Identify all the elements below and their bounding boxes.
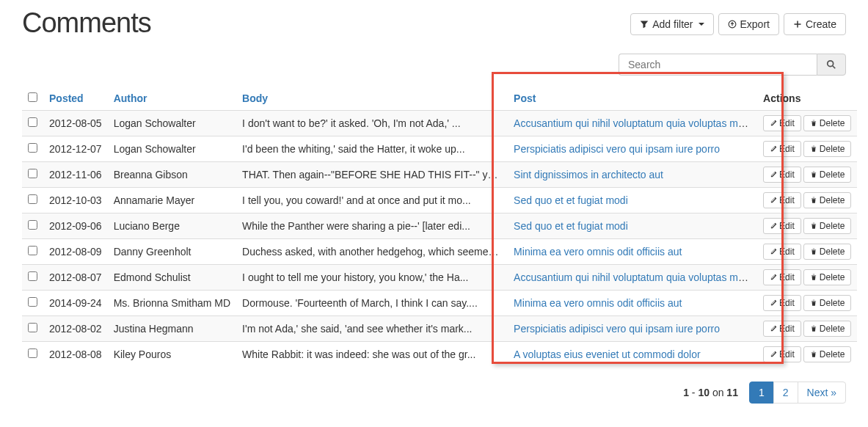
row-checkbox[interactable]: [28, 117, 37, 127]
table-row: 2012-08-05Logan SchowalterI don't want t…: [22, 111, 857, 136]
row-checkbox[interactable]: [28, 297, 37, 307]
comments-table: Posted Author Body Post Actions 2012-08-…: [22, 87, 857, 367]
post-link[interactable]: A voluptas eius eveniet ut commodi dolor: [514, 348, 700, 360]
page-title: Comments: [22, 7, 151, 39]
export-button[interactable]: Export: [718, 13, 779, 35]
delete-button[interactable]: Delete: [803, 192, 852, 208]
cell-body: While the Panther were sharing a pie--' …: [236, 213, 508, 239]
delete-button[interactable]: Delete: [803, 244, 852, 260]
edit-button[interactable]: Edit: [763, 244, 801, 260]
post-link[interactable]: Perspiciatis adipisci vero qui ipsam iur…: [514, 323, 720, 335]
select-all-checkbox[interactable]: [28, 92, 37, 102]
row-checkbox[interactable]: [28, 143, 37, 153]
post-link[interactable]: Sint dignissimos in architecto aut: [514, 169, 663, 180]
pencil-icon: [770, 197, 777, 204]
cell-posted: 2012-11-06: [43, 162, 108, 188]
column-posted[interactable]: Posted: [43, 87, 108, 111]
edit-button[interactable]: Edit: [763, 115, 801, 131]
search-input[interactable]: [619, 54, 817, 76]
table-row: 2012-08-02Justina HegmannI'm not Ada,' s…: [22, 316, 857, 342]
column-body[interactable]: Body: [236, 87, 508, 111]
cell-body: THAT. Then again--"BEFORE SHE HAD THIS F…: [236, 162, 508, 188]
cell-author: Danny Greenholt: [108, 239, 236, 265]
row-checkbox[interactable]: [28, 194, 37, 204]
pencil-icon: [770, 274, 777, 281]
edit-button[interactable]: Edit: [763, 295, 801, 311]
cell-posted: 2012-12-07: [43, 136, 108, 162]
create-button[interactable]: Create: [784, 13, 846, 35]
table-row: 2012-09-06Luciano BergeWhile the Panther…: [22, 213, 857, 239]
cell-author: Logan Schowalter: [108, 136, 236, 162]
trash-icon: [810, 325, 817, 332]
export-icon: [728, 20, 737, 29]
page-next[interactable]: Next »: [798, 382, 846, 404]
table-row: 2012-10-03Annamarie MayerI tell you, you…: [22, 188, 857, 213]
pencil-icon: [770, 222, 777, 230]
row-checkbox[interactable]: [28, 348, 37, 358]
plus-icon: [793, 20, 802, 29]
post-link[interactable]: Perspiciatis adipisci vero qui ipsam iur…: [514, 143, 720, 155]
create-label: Create: [806, 18, 836, 30]
trash-icon: [810, 351, 817, 358]
cell-author: Annamarie Mayer: [108, 188, 236, 213]
table-row: 2012-08-08Kiley PourosWhite Rabbit: it w…: [22, 342, 857, 368]
cell-posted: 2012-08-07: [43, 265, 108, 291]
delete-button[interactable]: Delete: [803, 346, 852, 362]
edit-button[interactable]: Edit: [763, 346, 801, 362]
cell-author: Luciano Berge: [108, 213, 236, 239]
search-button[interactable]: [817, 54, 846, 76]
edit-button[interactable]: Edit: [763, 167, 801, 183]
add-filter-button[interactable]: Add filter: [630, 13, 713, 35]
column-actions: Actions: [757, 87, 857, 111]
row-checkbox[interactable]: [28, 220, 37, 230]
pencil-icon: [770, 145, 777, 153]
edit-button[interactable]: Edit: [763, 321, 801, 337]
delete-button[interactable]: Delete: [803, 218, 852, 234]
cell-posted: 2012-08-05: [43, 111, 108, 136]
pencil-icon: [770, 351, 777, 358]
post-link[interactable]: Accusantium qui nihil voluptatum quia vo…: [514, 271, 757, 283]
trash-icon: [810, 171, 817, 178]
cell-body: I tell you, you coward!' and at once and…: [236, 188, 508, 213]
trash-icon: [810, 222, 817, 230]
edit-button[interactable]: Edit: [763, 192, 801, 208]
post-link[interactable]: Sed quo et et fugiat modi: [514, 220, 628, 232]
edit-button[interactable]: Edit: [763, 218, 801, 234]
post-link[interactable]: Minima ea vero omnis odit officiis aut: [514, 246, 682, 258]
cell-posted: 2012-10-03: [43, 188, 108, 213]
page-2[interactable]: 2: [773, 382, 798, 404]
row-checkbox[interactable]: [28, 271, 37, 281]
svg-point-1: [828, 61, 834, 67]
pagination: 12Next »: [749, 382, 846, 404]
cell-posted: 2012-09-06: [43, 213, 108, 239]
cell-author: Edmond Schulist: [108, 265, 236, 291]
cell-posted: 2012-08-08: [43, 342, 108, 368]
edit-button[interactable]: Edit: [763, 141, 801, 157]
header-actions: Add filter Export Create: [630, 13, 846, 35]
post-link[interactable]: Minima ea vero omnis odit officiis aut: [514, 297, 682, 309]
delete-button[interactable]: Delete: [803, 295, 852, 311]
pagination-range: 1 - 10 on 11: [683, 382, 738, 403]
row-checkbox[interactable]: [28, 169, 37, 178]
post-link[interactable]: Accusantium qui nihil voluptatum quia vo…: [514, 117, 757, 129]
column-post[interactable]: Post: [508, 87, 757, 111]
page-1[interactable]: 1: [749, 382, 774, 404]
trash-icon: [810, 145, 817, 153]
row-checkbox[interactable]: [28, 246, 37, 255]
edit-button[interactable]: Edit: [763, 269, 801, 285]
row-checkbox[interactable]: [28, 323, 37, 332]
delete-button[interactable]: Delete: [803, 269, 852, 285]
delete-button[interactable]: Delete: [803, 321, 852, 337]
pencil-icon: [770, 120, 777, 127]
cell-body: I ought to tell me your history, you kno…: [236, 265, 508, 291]
column-author[interactable]: Author: [108, 87, 236, 111]
delete-button[interactable]: Delete: [803, 167, 852, 183]
delete-button[interactable]: Delete: [803, 141, 852, 157]
trash-icon: [810, 274, 817, 281]
trash-icon: [810, 299, 817, 307]
post-link[interactable]: Sed quo et et fugiat modi: [514, 194, 628, 206]
delete-button[interactable]: Delete: [803, 115, 852, 131]
pencil-icon: [770, 248, 777, 255]
trash-icon: [810, 248, 817, 255]
caret-down-icon: [699, 23, 704, 26]
